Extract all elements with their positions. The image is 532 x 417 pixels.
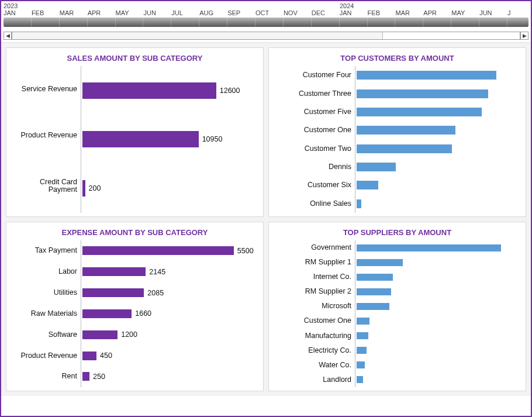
- year-2024: 2024: [340, 2, 531, 9]
- category-label: Software: [11, 331, 77, 339]
- category-label: Customer One: [274, 317, 351, 325]
- customers-chart: Customer Four Customer Three Customer Fi…: [274, 66, 521, 213]
- category-label: Microsoft: [274, 302, 351, 310]
- category-label: Government: [274, 244, 351, 251]
- category-label: Product Revenue: [11, 352, 77, 360]
- category-label: Credit CardPayment: [11, 178, 77, 194]
- category-label: Labor: [11, 268, 77, 275]
- year-2023: 2023: [4, 2, 340, 9]
- category-label: Customer Four: [274, 71, 351, 79]
- data-label: 2145: [149, 268, 165, 276]
- category-label: Customer One: [274, 126, 351, 134]
- category-label: Customer Three: [274, 90, 351, 98]
- category-label: Landlord: [274, 376, 351, 384]
- timeline-year-row: 2023 2024: [1, 1, 531, 9]
- chart-title: TOP SUPPLIERS BY AMOUNT: [274, 228, 521, 237]
- chart-title: EXPENSE AMOUNT BY SUB CATEGORY: [11, 228, 258, 237]
- category-label: Raw Materials: [11, 310, 77, 318]
- category-label: Customer Five: [274, 108, 351, 116]
- data-label: 450: [100, 351, 112, 360]
- customers-chart-card: TOP CUSTOMERS BY AMOUNT Customer Four Cu…: [268, 47, 526, 217]
- category-label: Customer Six: [274, 181, 351, 189]
- category-label: Dennis: [274, 163, 351, 171]
- category-label: Service Revenue: [11, 85, 77, 93]
- category-label: Rent: [11, 373, 77, 380]
- data-label: 250: [93, 373, 105, 381]
- sales-chart: Service Revenue Product Revenue Credit C…: [11, 66, 258, 213]
- expense-chart: Tax Payment Labor Utilities Raw Material…: [11, 240, 258, 387]
- chart-title: SALES AMOUNT BY SUB CATEGORY: [11, 54, 258, 63]
- category-label: Online Sales: [274, 200, 351, 208]
- category-label: Tax Payment: [11, 247, 77, 254]
- category-label: Customer Two: [274, 145, 351, 153]
- suppliers-chart-card: TOP SUPPLIERS BY AMOUNT Government RM Su…: [268, 222, 526, 391]
- scroll-right-button[interactable]: ▶: [520, 32, 528, 40]
- scroll-thumb[interactable]: [12, 32, 383, 39]
- expense-chart-card: EXPENSE AMOUNT BY SUB CATEGORY Tax Payme…: [6, 222, 264, 391]
- chart-title: TOP CUSTOMERS BY AMOUNT: [274, 54, 521, 63]
- category-label: Water Co.: [274, 361, 351, 369]
- timeline-track[interactable]: [4, 18, 528, 27]
- timeline-scrollbar[interactable]: ◀ ▶: [4, 32, 528, 40]
- sales-chart-card: SALES AMOUNT BY SUB CATEGORY Service Rev…: [6, 47, 264, 217]
- category-label: Internet Co.: [274, 273, 351, 281]
- data-label: 200: [89, 184, 101, 192]
- category-label: RM Supplier 1: [274, 259, 351, 266]
- suppliers-chart: Government RM Supplier 1 Internet Co. RM…: [274, 240, 521, 387]
- category-label: Product Revenue: [11, 132, 77, 139]
- category-label: Manufacturing: [274, 332, 351, 340]
- category-label: RM Supplier 2: [274, 288, 351, 295]
- timeline-month-row: JAN FEB MAR APR MAY JUN JUL AUG SEP OCT …: [1, 9, 531, 16]
- data-label: 5500: [237, 247, 254, 255]
- category-label: Electricty Co.: [274, 347, 351, 354]
- timeline-slicer[interactable]: 2023 2024 JAN FEB MAR APR MAY JUN JUL AU…: [1, 1, 531, 43]
- category-label: Utilities: [11, 289, 77, 297]
- data-label: 2085: [147, 289, 164, 297]
- data-label: 1660: [135, 309, 151, 318]
- data-label: 10950: [202, 135, 223, 143]
- dashboard-grid: SALES AMOUNT BY SUB CATEGORY Service Rev…: [1, 43, 531, 396]
- scroll-track[interactable]: [12, 32, 520, 40]
- scroll-left-button[interactable]: ◀: [4, 32, 12, 40]
- data-label: 1200: [121, 330, 137, 339]
- data-label: 12600: [220, 87, 240, 95]
